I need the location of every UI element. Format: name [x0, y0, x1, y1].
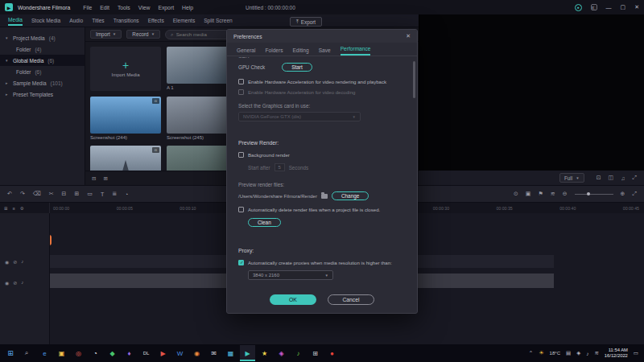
taskbar-app-app-yellow[interactable]: ★ — [257, 345, 272, 361]
clock[interactable]: 11:54 AM 16/12/2022 — [605, 348, 628, 359]
taskbar-app-app-green[interactable]: ◆ — [105, 345, 120, 361]
clean-render-button[interactable]: Clean — [248, 218, 281, 227]
sidebar-item-sample-media[interactable]: ▸ Sample Media (101) — [0, 77, 85, 88]
taskbar-app-app-lime[interactable]: ♪ — [291, 345, 306, 361]
sidebar-item-folder-1[interactable]: Folder (4) — [0, 43, 85, 55]
crop-icon[interactable]: ⊟ — [62, 191, 67, 197]
color-icon[interactable]: ◔ — [125, 191, 128, 197]
taskbar-app-app-crimson[interactable]: ● — [324, 345, 340, 361]
dialog-tab-general[interactable]: General — [237, 47, 255, 56]
zoom-out-icon[interactable]: ⊖ — [563, 191, 568, 197]
taskbar-app-browser[interactable]: ◎ — [71, 345, 86, 361]
maximize-button[interactable]: ▢ — [621, 4, 626, 10]
taskbar-app-filmora[interactable]: ▶ — [240, 345, 255, 361]
track-mute-icon[interactable]: ♪ — [21, 259, 23, 264]
menu-tools[interactable]: Tools — [118, 5, 130, 10]
gpu-check-start-button[interactable]: Start — [282, 63, 312, 72]
marker-flag-icon[interactable]: ⚑ — [538, 191, 543, 197]
taskbar-app-app-red[interactable]: ▶ — [155, 345, 171, 361]
taskbar-app-dl-app[interactable]: DL — [138, 345, 154, 361]
zoom-in-icon[interactable]: ⊕ — [621, 191, 625, 197]
minimize-button[interactable]: — — [606, 5, 612, 10]
start-button[interactable]: ⊞ — [3, 345, 18, 361]
screen-record-icon[interactable]: ▣ — [526, 191, 531, 197]
speed-icon[interactable]: ▭ — [87, 191, 93, 197]
taskbar-search-icon[interactable]: ⌕ — [19, 345, 34, 361]
close-button[interactable]: ✕ — [634, 4, 639, 10]
dialog-tab-folders[interactable]: Folders — [265, 47, 283, 56]
manage-tracks-icon[interactable]: ⊞ — [4, 206, 8, 211]
sidebar-item-global-media[interactable]: ▾ Global Media (6) — [0, 55, 85, 66]
menu-export[interactable]: Export — [158, 5, 174, 10]
export-button[interactable]: ⤒ Export — [290, 17, 322, 27]
scissors-icon[interactable]: ✂ — [49, 191, 54, 197]
tab-stock-media[interactable]: Stock Media — [31, 16, 60, 25]
taskbar-app-app-purple[interactable]: ♦ — [122, 345, 137, 361]
workspace-icon[interactable]: ◧ — [591, 4, 597, 10]
change-path-button[interactable]: Change — [332, 191, 369, 200]
track-mute-icon[interactable]: ♪ — [21, 280, 23, 285]
taskbar-app-mail[interactable]: ✉ — [206, 345, 221, 361]
menu-file[interactable]: File — [83, 5, 92, 10]
taskbar-app-app-grey[interactable]: ⊞ — [308, 345, 323, 361]
track-settings-icon[interactable]: ⚙ — [20, 206, 24, 211]
tab-split-screen[interactable]: Split Screen — [204, 16, 233, 25]
trash-icon[interactable]: ⌫ — [33, 191, 41, 197]
auto-delete-checkbox[interactable] — [238, 207, 244, 212]
tab-audio[interactable]: Audio — [69, 16, 83, 25]
antivirus-icon[interactable]: ◈ — [576, 350, 580, 356]
hw-render-checkbox[interactable] — [238, 79, 244, 84]
menu-help[interactable]: Help — [182, 5, 193, 10]
dialog-tab-editing[interactable]: Editing — [292, 47, 308, 56]
snapshot-icon[interactable]: ⊡ — [597, 175, 601, 181]
media-item-screenshot-244[interactable]: ⊡ Screenshot (244) — [90, 97, 161, 140]
tab-media[interactable]: Media — [8, 15, 23, 26]
duplicate-icon[interactable]: ⊞ — [74, 191, 79, 197]
timeline-zoom-slider[interactable] — [575, 194, 613, 195]
tray-window-icon[interactable]: ▤ — [566, 350, 571, 356]
fit-timeline-icon[interactable]: ⤢ — [632, 191, 637, 197]
tab-effects[interactable]: Effects — [148, 16, 164, 25]
account-avatar-icon[interactable]: ● — [575, 4, 582, 11]
volume-icon[interactable]: ♪ — [586, 351, 588, 356]
action-center-icon[interactable]: ▭ — [634, 350, 638, 356]
network-icon[interactable]: ≋ — [594, 350, 598, 356]
media-item[interactable]: ⊡ — [90, 146, 161, 171]
taskbar-app-edge[interactable]: e — [37, 345, 52, 361]
taskbar-app-app-magenta[interactable]: ◈ — [274, 345, 289, 361]
dialog-tab-save[interactable]: Save — [319, 47, 331, 56]
record-dropdown-button[interactable]: Record ▼ — [126, 30, 160, 39]
import-dropdown-button[interactable]: Import ▼ — [90, 30, 122, 39]
sidebar-item-folder-2[interactable]: Folder (6) — [0, 66, 85, 77]
panel-settings-icon[interactable]: ⊞ — [103, 175, 107, 182]
media-thumbnail[interactable]: ⊡ — [90, 97, 161, 134]
proxy-resolution-select[interactable]: 3840 x 2160 ▼ — [248, 270, 333, 280]
tray-chevron-up-icon[interactable]: ⌃ — [529, 350, 533, 356]
track-lock-icon[interactable]: ⊘ — [13, 259, 17, 265]
audio-mixer-icon[interactable]: ≋ — [551, 191, 555, 197]
weather-temp[interactable]: 18°C — [550, 351, 560, 356]
media-thumbnail[interactable]: ⊡ — [90, 146, 161, 171]
taskbar-app-word[interactable]: W — [172, 345, 188, 361]
import-media-tile[interactable]: + Import Media — [90, 47, 161, 91]
taskbar-app-chrome[interactable]: ◔ — [88, 345, 103, 361]
preview-monitor[interactable] — [419, 14, 644, 171]
taskbar-app-app-orange[interactable]: ◉ — [189, 345, 204, 361]
cancel-button[interactable]: Cancel — [328, 294, 374, 305]
redo-icon[interactable]: ↷ — [20, 191, 25, 197]
thumbnail-size-icon[interactable]: ⊟ — [92, 175, 96, 182]
volume-icon[interactable]: ♫ — [621, 175, 625, 181]
dialog-tab-performance[interactable]: Performance — [341, 46, 371, 56]
zoom-slider-knob[interactable] — [587, 192, 590, 195]
graphics-card-select[interactable]: NVIDIA GeForce GTX (dis) ▼ — [238, 112, 361, 121]
sidebar-item-preset-templates[interactable]: ▸ Preset Templates — [0, 88, 85, 100]
folder-icon[interactable] — [321, 194, 328, 199]
start-after-input[interactable]: 5 — [275, 163, 285, 171]
taskbar-app-store[interactable]: ▦ — [223, 345, 238, 361]
fullscreen-icon[interactable]: ⤢ — [632, 175, 637, 181]
taskbar-app-file-explorer[interactable]: ▣ — [54, 345, 69, 361]
tab-titles[interactable]: Titles — [92, 16, 105, 25]
track-lock-icon[interactable]: ⊘ — [13, 280, 17, 286]
menu-edit[interactable]: Edit — [100, 5, 109, 10]
voiceover-mic-icon[interactable]: ⊙ — [514, 191, 518, 197]
